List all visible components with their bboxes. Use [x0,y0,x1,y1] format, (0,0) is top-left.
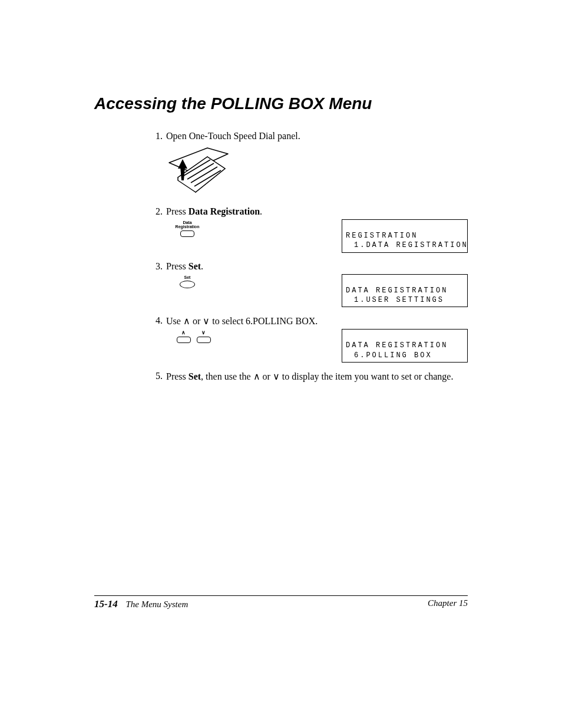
lcd-display-1: REGISTRATION 1.DATA REGISTRATION [342,219,468,253]
up-arrow-glyph: ∧ [253,371,260,381]
footer-left: 15-14 The Menu System [94,598,188,610]
lcd-line1: DATA REGISTRATION [346,341,448,350]
step-3: 3. Press Set. Set DATA REGISTRATION 1.US… [147,261,468,308]
up-arrow-icon: ∧ [177,330,190,335]
lcd-display-2: DATA REGISTRATION 1.USER SETTINGS [342,274,468,308]
step-number: 1. [147,131,166,141]
step-text-mid1: , then use the [201,371,253,381]
step-text-mid: or [190,316,203,326]
step-text: Press Data Registration. [166,206,468,217]
lcd-display-3: DATA REGISTRATION 6.POLLING BOX [342,329,468,363]
step-list: 1. Open One-Touch Speed Dial panel. [147,131,468,382]
oval-button-icon [180,281,195,288]
step-text: Use ∧ or ∨ to select 6.POLLING BOX. [166,315,468,327]
step-text: Press Set, then use the ∧ or ∨ to displa… [166,371,468,382]
step-4: 4. Use ∧ or ∨ to select 6.POLLING BOX. ∧… [147,315,468,363]
down-arrow-button[interactable]: ∨ [197,330,210,343]
one-touch-panel-illustration [166,145,231,198]
lcd-line2: 6.POLLING BOX [346,351,464,360]
page-number: 15-14 [94,598,118,610]
step-number: 2. [147,206,166,217]
button-label-line2: Registration [174,225,200,229]
step-text-pre: Press [166,206,189,216]
data-registration-button[interactable]: Data Registration [174,220,200,237]
step-text: Open One-Touch Speed Dial panel. [166,131,468,141]
rounded-button-icon [180,230,194,237]
step-text-post: to display the item you want to set or c… [280,371,454,381]
step-text-pre: Press [166,261,189,271]
down-arrow-glyph: ∨ [273,371,280,381]
step-number: 5. [147,371,166,381]
step-1: 1. Open One-Touch Speed Dial panel. [147,131,468,198]
step-text-pre: Press [166,371,189,381]
step-5: 5. Press Set, then use the ∧ or ∨ to dis… [147,371,468,382]
step-number: 3. [147,261,166,272]
step-2: 2. Press Data Registration. Data Registr… [147,206,468,253]
step-text-post: to select 6.POLLING BOX. [210,316,318,326]
section-name: The Menu System [125,599,188,609]
lcd-line1: REGISTRATION [346,232,418,240]
lcd-line2: 1.DATA REGISTRATION [346,241,464,250]
step-text-post: . [260,206,262,216]
down-arrow-glyph: ∨ [203,316,210,326]
page-title: Accessing the POLLING BOX Menu [94,94,468,113]
rounded-button-icon [197,337,211,343]
page: Accessing the POLLING BOX Menu 1. Open O… [0,0,562,728]
chapter-label: Chapter 15 [428,598,468,610]
up-arrow-glyph: ∧ [183,316,190,326]
lcd-line1: DATA REGISTRATION [346,286,448,295]
lcd-line2: 1.USER SETTINGS [346,295,464,305]
step-text-bold: Set [189,261,201,271]
step-text: Press Set. [166,261,468,272]
button-label: Set [174,275,200,279]
footer-rule [94,595,468,596]
down-arrow-icon: ∨ [197,330,210,335]
rounded-button-icon [177,337,191,343]
step-text-bold: Set [189,371,201,381]
step-text-post: . [201,261,203,271]
step-text-mid2: or [260,371,273,381]
set-button[interactable]: Set [174,275,200,288]
button-label-line1: Data [174,220,200,225]
up-arrow-button[interactable]: ∧ [177,330,190,343]
step-text-pre: Use [166,316,183,326]
step-number: 4. [147,315,166,326]
page-footer: 15-14 The Menu System Chapter 15 [94,595,468,610]
step-text-bold: Data Registration [189,206,260,216]
